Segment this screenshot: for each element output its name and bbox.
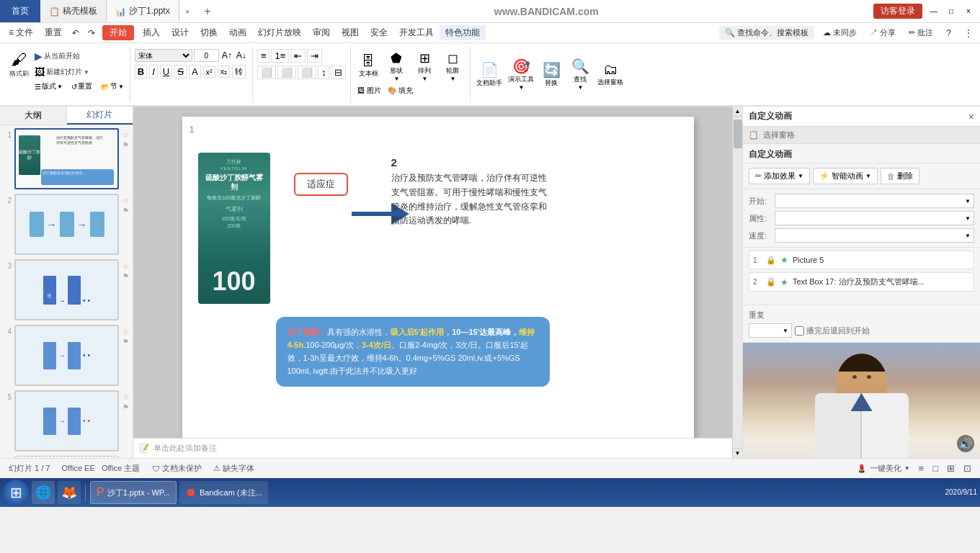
text-convert-button[interactable]: 转 (232, 65, 246, 78)
search-command[interactable]: 🔍 查找命令、搜索模板 (719, 26, 814, 40)
indent-decrease-button[interactable]: ⇤ (290, 49, 306, 63)
menu-reset[interactable]: 重置 (39, 25, 68, 40)
menu-file[interactable]: ≡ 文件 (3, 25, 39, 40)
window-minimize[interactable]: — (928, 6, 940, 17)
menu-comment[interactable]: ✏ 批注 (904, 26, 937, 40)
column-button[interactable]: ⊟ (331, 66, 346, 79)
align-right-button[interactable]: ⬜ (298, 66, 316, 79)
format-brush-button[interactable]: 🖌 格式刷 (7, 49, 30, 80)
menu-dev[interactable]: 开发工具 (393, 25, 440, 40)
visit-login-button[interactable]: 访客登录 (873, 4, 922, 19)
line-spacing-button[interactable]: ↕ (318, 66, 330, 79)
smart-animation-button[interactable]: ⚡ 智能动画 ▼ (813, 168, 878, 184)
medicine-box[interactable]: 万托林VENTOLIN 硫酸沙丁胺醇气雾剂 每揿含100微克沙丁胺醇 气雾剂 1… (198, 153, 270, 304)
audio-button[interactable]: 🔊 (957, 435, 974, 452)
font-shrink-button[interactable]: A↓ (235, 50, 248, 60)
menu-more[interactable]: ⋮ (960, 27, 977, 40)
taskbar-btn-2[interactable]: 🦊 (58, 481, 81, 504)
animation-item-2[interactable]: 2 🔒 ★ Text Box 17: 治疗及预防支气管哮喘... (749, 272, 974, 292)
prop-select[interactable]: ▼ (775, 211, 974, 225)
reset-button[interactable]: ↺ 重置 (70, 81, 94, 92)
section-button[interactable]: 📂 节 ▼ (99, 81, 125, 92)
slide-item-5[interactable]: 5 → • • ☆ ⚑ (3, 390, 130, 451)
indent-increase-button[interactable]: ⇥ (307, 49, 322, 63)
start-select[interactable]: ▼ (775, 194, 974, 208)
select-pane-button[interactable]: 🗂 选择窗格 (596, 60, 625, 89)
menu-share[interactable]: ↗ 分享 (865, 26, 900, 40)
start-button[interactable]: ⊞ (3, 480, 29, 505)
delete-animation-button[interactable]: 🗑 删除 (881, 168, 919, 184)
text-content-2[interactable]: 2 治疗及预防支气管哮喘，治疗伴有可逆性支气管阻塞。可用于慢性哮喘和慢性支气管炎… (391, 156, 550, 228)
tab-slides[interactable]: 幻灯片 (67, 107, 133, 125)
tab-template[interactable]: 📋 稿壳模板 (40, 0, 107, 22)
menu-undo[interactable]: ↶ (68, 27, 84, 40)
window-close[interactable]: × (963, 6, 974, 17)
layout-button[interactable]: ☰ 版式 ▼ (33, 81, 64, 92)
menu-sync[interactable]: ☁ 未同步 (819, 26, 861, 40)
font-grow-button[interactable]: A↑ (220, 50, 233, 60)
window-maximize[interactable]: □ (945, 6, 957, 17)
menu-view[interactable]: 视图 (336, 25, 365, 40)
menu-animation[interactable]: 动画 (223, 25, 252, 40)
fill-button[interactable]: 🎨 填充 (386, 85, 415, 96)
bold-button[interactable]: B (135, 65, 147, 78)
font-name-select[interactable]: 宋体 (135, 49, 192, 62)
italic-button[interactable]: I (149, 65, 158, 78)
superscript-button[interactable]: x² (203, 66, 215, 78)
beauty-button[interactable]: 💄 一键美化 ▼ (857, 463, 910, 474)
scroll-bar-vertical[interactable]: ▲ ▼ (732, 107, 742, 458)
shape-button[interactable]: ⬟ 形状 ▼ (383, 49, 409, 84)
indication-box[interactable]: 适应症 (294, 173, 348, 196)
notes-toggle-button[interactable]: ≡ (919, 463, 925, 474)
slide-canvas[interactable]: 1 万托林VENTOLIN 硫酸沙丁胺醇气雾剂 每揿含100微克沙丁胺醇 气雾剂… (182, 117, 694, 448)
menu-review[interactable]: 审阅 (307, 25, 336, 40)
menu-slideshow[interactable]: 幻灯片放映 (252, 25, 307, 40)
menu-help[interactable]: ? (942, 27, 956, 40)
scroll-up-button[interactable]: ▲ (733, 107, 743, 117)
taskbar-btn-1[interactable]: 🌐 (32, 481, 55, 504)
outline-button[interactable]: ◻ 轮廓 ▼ (440, 49, 466, 84)
tab-file-close[interactable]: × (179, 7, 195, 16)
repeat-select[interactable]: ▼ (749, 323, 792, 338)
tab-file[interactable]: 📊 沙丁1.pptx (107, 0, 179, 22)
arrange-button[interactable]: ⊞ 排列 ▼ (411, 49, 437, 84)
taskbar-bandicam-button[interactable]: ⏺ Bandicam (未注... (179, 481, 268, 504)
notes-area[interactable]: 📝 单击此处添加备注 (133, 438, 732, 458)
doc-helper-button[interactable]: 📄 文档助手 (475, 60, 504, 89)
find-button[interactable]: 🔍 查找 ▼ (567, 56, 593, 92)
rewind-checkbox[interactable] (795, 326, 804, 336)
subscript-button[interactable]: x₂ (218, 66, 231, 78)
slide-item-2[interactable]: 2 → → ☆ ⚑ (3, 194, 130, 255)
tab-home[interactable]: 首页 (0, 0, 40, 22)
align-left-button[interactable]: ⬜ (257, 66, 276, 79)
slide-item-4[interactable]: 4 → • • ☆ ⚑ (3, 325, 130, 386)
underline-button[interactable]: U (160, 65, 172, 78)
menu-insert[interactable]: 插入 (137, 25, 166, 40)
add-effect-button[interactable]: ✏ 添加效果 ▼ (749, 168, 810, 184)
menu-transition[interactable]: 切换 (195, 25, 223, 40)
list-bullet-button[interactable]: ≡ (257, 49, 270, 63)
grid-view-button[interactable]: ⊞ (947, 463, 955, 474)
font-size-input[interactable]: 0 (194, 49, 219, 62)
slide-item-3[interactable]: 3 医 → • • ☆ ⚑ (3, 259, 130, 320)
slide-item-1[interactable]: 1 硫酸沙丁胺醇 治疗及预防支气管哮喘，治疗伴有可逆性支气管阻塞 沙丁胺醇具有强… (3, 128, 130, 189)
strikethrough-button[interactable]: S (174, 65, 187, 78)
rewind-checkbox-label[interactable]: 播完后退回到开始 (795, 325, 870, 336)
panel-close-button[interactable]: × (968, 111, 974, 122)
demo-tool-button[interactable]: 🎯 演示工具 ▼ (507, 56, 535, 92)
menu-start[interactable]: 开始 (102, 25, 134, 40)
menu-security[interactable]: 安全 (365, 25, 393, 40)
animation-item-1[interactable]: 1 🔒 ★ Picture 5 (749, 251, 974, 269)
image-button[interactable]: 🖼 图片 (355, 85, 383, 96)
normal-view-button[interactable]: □ (932, 463, 938, 474)
scroll-thumb[interactable] (734, 120, 742, 148)
menu-redo[interactable]: ↷ (84, 27, 99, 40)
menu-feature[interactable]: 特色功能 (440, 25, 486, 40)
start-from-current-button[interactable]: ▶ 从当前开始 (33, 49, 125, 63)
new-slide-button[interactable]: 🖼 新建幻灯片 ▼ (33, 65, 125, 79)
menu-design[interactable]: 设计 (166, 25, 195, 40)
list-number-button[interactable]: 1≡ (271, 49, 289, 63)
font-color-button[interactable]: A (189, 65, 201, 78)
taskbar-wps-button[interactable]: P 沙丁1.pptx - WP... (90, 481, 177, 504)
replace-button[interactable]: 🔄 替换 (538, 60, 564, 89)
